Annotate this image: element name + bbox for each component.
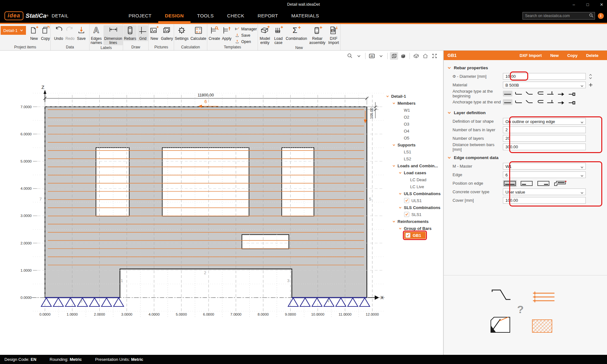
anchorage-option[interactable] (535, 99, 545, 105)
tree-item-lc-live[interactable]: LC Live (384, 183, 442, 190)
tree-item-w1[interactable]: W1 (384, 107, 442, 114)
field-distance-between-bars-mm[interactable] (503, 144, 586, 150)
props-action-copy[interactable]: Copy (567, 53, 578, 58)
select-m-master[interactable]: W1 (503, 163, 586, 170)
tree-item-o4[interactable]: O4 (384, 127, 442, 134)
select-material[interactable]: B 500B (503, 82, 586, 88)
ribbon-undo-button[interactable]: Undo (53, 25, 64, 41)
view-chevron-down-button[interactable] (355, 52, 363, 60)
menu-tab-tools[interactable]: TOOLS (191, 9, 221, 23)
menu-tab-materials[interactable]: MATERIALS (285, 9, 326, 23)
menu-tab-check[interactable]: CHECK (220, 9, 251, 23)
ribbon-new-button[interactable]: New (28, 25, 39, 41)
ribbon-calculate-button[interactable]: +−×÷Calculate (190, 25, 207, 41)
tree-item-o2[interactable]: O2 (384, 114, 442, 120)
tree-collapse-icon[interactable] (391, 164, 396, 167)
minimize-icon[interactable]: – (572, 2, 576, 7)
anchorage-option[interactable] (514, 91, 523, 96)
tree-collapse-icon[interactable] (391, 220, 396, 223)
tree-item-sls1[interactable]: SLS1 (384, 211, 442, 218)
detail-drawing-canvas[interactable]: 11800.00105.006ZX0.00001.00002.00003.000… (0, 51, 443, 354)
select-definition-of-bar-shape[interactable]: On outline or opening edge (503, 118, 586, 125)
select-edge[interactable]: 6 (503, 171, 586, 178)
ribbon-apply-button[interactable]: Apply (221, 25, 232, 41)
tree-item-uls-combinations[interactable]: ULS Combinations (384, 190, 442, 197)
checkbox-icon[interactable] (404, 198, 409, 203)
ribbon-settings-button[interactable]: </>Settings (174, 25, 189, 41)
info-badge-icon[interactable]: i (598, 13, 604, 19)
position-option[interactable] (520, 180, 534, 187)
search-input[interactable] (523, 12, 595, 20)
view-solid-cube-button[interactable] (399, 52, 407, 60)
tree-item-group-of-bars[interactable]: Group of Bars (384, 225, 442, 232)
anchorage-option[interactable] (524, 99, 534, 105)
tree-item-load-cases[interactable]: Load cases (384, 169, 442, 176)
field-number-of-bars-in-layer[interactable] (503, 126, 586, 133)
checkbox-icon[interactable] (404, 212, 409, 217)
props-action-delete[interactable]: Delete (586, 53, 598, 58)
ribbon-redo-button[interactable]: Redo (65, 25, 75, 41)
view-fullscreen-button[interactable] (430, 52, 439, 60)
anchorage-option[interactable] (546, 91, 555, 96)
section-collapse-icon[interactable] (447, 111, 451, 114)
props-action-dxf-import[interactable]: DXF Import (520, 53, 542, 58)
tree-collapse-icon[interactable] (398, 171, 402, 174)
anchorage-option[interactable] (535, 91, 545, 96)
tree-item-reinforcements[interactable]: Reinforcements (384, 218, 442, 225)
props-action-new[interactable]: New (550, 53, 559, 58)
ribbon-create-button[interactable]: Create (208, 25, 221, 41)
anchorage-option[interactable] (514, 99, 523, 105)
field-diameter-mm[interactable] (503, 73, 586, 80)
anchorage-option[interactable] (546, 99, 555, 105)
view-wire-cube-button[interactable] (390, 52, 398, 60)
tree-item-uls1[interactable]: ULS1 (384, 197, 442, 204)
tree-collapse-icon[interactable] (391, 144, 396, 146)
tree-item-ls2[interactable]: LS2 (384, 155, 442, 162)
field-cover-mm[interactable] (503, 197, 586, 204)
ribbon-dxf-import-button[interactable]: DXFDXF Import (327, 25, 340, 45)
view-clip-cube-button[interactable] (412, 52, 420, 60)
tree-item-sls-combinations[interactable]: SLS Combinations (384, 204, 442, 211)
anchorage-option[interactable] (557, 99, 566, 105)
field-number-of-layers[interactable] (503, 135, 586, 142)
ribbon-new-button[interactable]: New (149, 25, 160, 41)
ribbon-save-button[interactable]: Save (76, 25, 87, 41)
tree-collapse-icon[interactable] (398, 227, 402, 230)
ribbon-model-entity-button[interactable]: Model entity (258, 25, 272, 45)
ribbon-edges-names-button[interactable]: AEdges names (90, 25, 103, 45)
ribbon-grid-button[interactable]: Grid (137, 25, 148, 41)
position-option[interactable] (503, 180, 517, 187)
tree-item-gb1[interactable]: GB1 (384, 232, 442, 239)
ribbon-open-button[interactable]: Open (235, 39, 257, 44)
ribbon-save-button[interactable]: Save (235, 33, 257, 38)
maximize-icon[interactable]: □ (585, 2, 590, 7)
position-option[interactable] (553, 180, 567, 187)
tree-collapse-icon[interactable] (398, 206, 402, 209)
view-magnifier-button[interactable] (346, 52, 354, 60)
menu-tab-project[interactable]: PROJECT (122, 9, 158, 23)
spinner-icon[interactable] (589, 73, 592, 80)
tree-item-lc-dead[interactable]: LC Dead (384, 176, 442, 183)
ribbon-gallery-button[interactable]: Gallery (160, 25, 173, 41)
anchorage-option[interactable] (557, 91, 566, 96)
view-home-button[interactable] (421, 52, 429, 60)
position-option[interactable] (536, 180, 550, 187)
tree-item-ls1[interactable]: LS1 (384, 148, 442, 155)
ribbon-manager-button[interactable]: Manager (235, 26, 257, 32)
ribbon-load-case-button[interactable]: Load case (272, 25, 285, 45)
anchorage-option[interactable] (503, 91, 512, 96)
view-chevron-down-button[interactable] (377, 52, 385, 60)
anchorage-option[interactable] (524, 91, 534, 96)
select-concrete-cover-type[interactable]: User value (503, 188, 586, 195)
anchorage-option[interactable] (503, 99, 512, 105)
tree-collapse-icon[interactable] (385, 95, 390, 98)
view-btn-2d-button[interactable]: 2D (368, 52, 376, 60)
tree-item-members[interactable]: Members (384, 100, 442, 107)
ribbon-rebar-assembly-button[interactable]: Rebar assembly (308, 25, 326, 45)
tree-item-detail-1[interactable]: Detail-1 (384, 93, 442, 100)
ribbon-rebars-button[interactable]: Rebars (123, 25, 137, 41)
close-icon[interactable]: ✕ (599, 2, 604, 7)
tree-item-loads-and-combin[interactable]: Loads and Combin... (384, 162, 442, 169)
tree-collapse-icon[interactable] (391, 102, 396, 105)
tree-item-o5[interactable]: O5 (384, 134, 442, 141)
